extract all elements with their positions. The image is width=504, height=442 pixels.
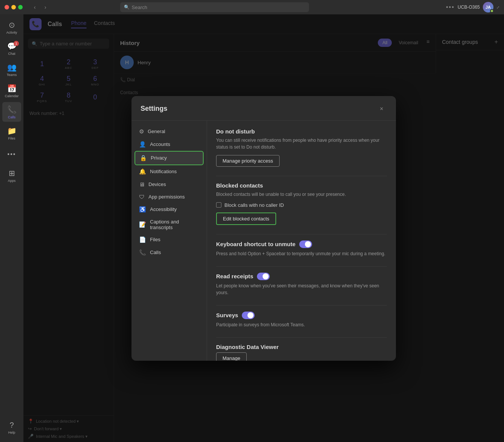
settings-modal: Settings × ⚙ General 👤 Accoun <box>131 96 396 361</box>
read-receipts-section: Read receipts Let people know when you'v… <box>216 273 387 296</box>
activity-icon: ⊙ <box>9 20 15 29</box>
keyboard-shortcut-toggle[interactable] <box>299 240 312 248</box>
keyboard-shortcut-title: Keyboard shortcut to unmute <box>216 241 295 247</box>
read-receipts-toggle[interactable] <box>257 273 270 280</box>
apps-icon: ⊞ <box>9 169 15 178</box>
section-divider-3 <box>216 266 387 267</box>
sidebar-label-help: Help <box>8 431 15 434</box>
sidebar-label-chat: Chat <box>8 52 15 56</box>
settings-nav-label-notifications: Notifications <box>150 169 177 174</box>
section-divider-5 <box>216 337 387 338</box>
settings-nav-label-calls: Calls <box>150 250 161 255</box>
calls-icon: 📞 <box>7 105 17 114</box>
keyboard-shortcut-desc: Press and hold Option + Spacebar to temp… <box>216 250 387 257</box>
settings-nav-label-captions: Captions and transcripts <box>150 219 199 230</box>
files-icon: 📁 <box>7 126 17 135</box>
settings-nav-devices[interactable]: 🖥 Devices <box>135 178 204 191</box>
surveys-toggle-row: Surveys <box>216 312 387 319</box>
captions-icon: 📝 <box>139 221 146 228</box>
avatar[interactable]: JA <box>483 2 493 12</box>
sidebar-item-calls[interactable]: 📞 Calls <box>2 102 21 122</box>
section-divider-1 <box>216 176 387 176</box>
settings-nav-notifications[interactable]: 🔔 Notifications <box>135 165 204 178</box>
manage-priority-button[interactable]: Manage priority access <box>216 155 280 167</box>
diagnostic-title: Diagnostic Data Viewer <box>216 344 387 350</box>
settings-nav-app-permissions[interactable]: 🛡 App permissions <box>135 191 204 203</box>
forward-arrow[interactable]: › <box>41 3 50 12</box>
blocked-contacts-section: Blocked contacts Blocked contacts will b… <box>216 182 387 225</box>
surveys-desc: Participate in surveys from Microsoft Te… <box>216 321 387 328</box>
block-no-caller-checkbox[interactable] <box>216 202 221 208</box>
sidebar-label-teams: Teams <box>7 73 17 77</box>
edit-blocked-button[interactable]: Edit blocked contacts <box>216 212 276 225</box>
privacy-icon: 🔒 <box>140 155 147 161</box>
sidebar-item-help[interactable]: ? Help <box>2 418 21 437</box>
settings-nav-accounts[interactable]: 👤 Accounts <box>135 138 204 151</box>
block-no-caller-label: Block calls with no caller ID <box>224 202 284 208</box>
sidebar: ⊙ Activity 💬 Chat 1 👥 Teams 📅 Calendar 📞… <box>0 14 23 442</box>
devices-icon: 🖥 <box>139 181 145 188</box>
diagnostic-section: Diagnostic Data Viewer Manage <box>216 344 387 361</box>
settings-title: Settings <box>141 105 167 113</box>
sidebar-item-teams[interactable]: 👥 Teams <box>2 60 21 79</box>
manage-button[interactable]: Manage <box>216 352 247 361</box>
minimize-button[interactable] <box>11 5 16 9</box>
close-button[interactable] <box>5 5 9 9</box>
notifications-icon: 🔔 <box>139 168 146 175</box>
settings-header: Settings × <box>131 96 396 121</box>
sidebar-item-files[interactable]: 📁 Files <box>2 123 21 143</box>
settings-nav-label-privacy: Privacy <box>151 155 167 161</box>
section-divider-2 <box>216 234 387 234</box>
settings-nav-label-accessibility: Accessibility <box>150 206 177 212</box>
close-icon: × <box>380 105 383 112</box>
titlebar-right: ••• UCB-O365 JA ⤢ <box>446 2 500 12</box>
surveys-title: Surveys <box>216 312 238 318</box>
keyboard-shortcut-toggle-row: Keyboard shortcut to unmute <box>216 240 387 248</box>
expand-icon[interactable]: ⤢ <box>496 5 499 9</box>
dnd-desc: You can still receive notifications from… <box>216 137 387 150</box>
settings-nav-label-general: General <box>148 129 165 134</box>
general-icon: ⚙ <box>139 128 144 135</box>
content-area: 📞 Calls Phone Contacts 🔍 Type a name or … <box>23 14 504 442</box>
more-icon: ••• <box>8 151 16 158</box>
calls-nav-icon: 📞 <box>139 249 146 256</box>
settings-nav-label-files: Files <box>150 237 160 242</box>
maximize-button[interactable] <box>18 5 23 9</box>
read-receipts-toggle-row: Read receipts <box>216 273 387 280</box>
read-receipts-desc: Let people know when you've seen their m… <box>216 282 387 296</box>
settings-nav-calls[interactable]: 📞 Calls <box>135 246 204 259</box>
block-no-caller-row: Block calls with no caller ID <box>216 202 387 208</box>
titlebar-search[interactable]: 🔍 Search <box>120 2 309 12</box>
sidebar-label-calls: Calls <box>8 115 15 119</box>
settings-nav-label-accounts: Accounts <box>150 141 170 147</box>
accounts-icon: 👤 <box>139 141 146 148</box>
settings-body: ⚙ General 👤 Accounts 🔒 Privacy 🔔 <box>131 121 396 361</box>
sidebar-item-apps[interactable]: ⊞ Apps <box>2 166 21 185</box>
avatar-initials: JA <box>485 5 491 9</box>
read-receipts-title: Read receipts <box>216 273 253 279</box>
settings-content-panel: Do not disturb You can still receive not… <box>207 121 396 361</box>
settings-nav-general[interactable]: ⚙ General <box>135 125 204 138</box>
sidebar-label-activity: Activity <box>6 31 17 34</box>
surveys-toggle[interactable] <box>242 312 255 319</box>
settings-nav-files[interactable]: 📄 Files <box>135 233 204 246</box>
username-label: UCB-O365 <box>458 5 480 10</box>
teams-icon: 👥 <box>7 63 17 72</box>
keyboard-shortcut-section: Keyboard shortcut to unmute Press and ho… <box>216 240 387 257</box>
search-icon: 🔍 <box>124 5 130 10</box>
settings-nav-captions[interactable]: 📝 Captions and transcripts <box>135 216 204 233</box>
settings-nav-label-app-permissions: App permissions <box>148 194 185 200</box>
settings-close-button[interactable]: × <box>376 104 387 114</box>
app-permissions-icon: 🛡 <box>139 194 145 200</box>
sidebar-item-calendar[interactable]: 📅 Calendar <box>2 81 21 101</box>
more-options-icon[interactable]: ••• <box>446 4 455 11</box>
settings-nav-accessibility[interactable]: ♿ Accessibility <box>135 203 204 216</box>
back-arrow[interactable]: ‹ <box>30 3 39 12</box>
nav-arrows: ‹ › <box>30 3 50 12</box>
sidebar-item-more[interactable]: ••• <box>2 144 21 164</box>
surveys-section: Surveys Participate in surveys from Micr… <box>216 312 387 328</box>
search-placeholder: Search <box>132 5 147 10</box>
sidebar-item-chat[interactable]: 💬 Chat 1 <box>2 39 21 58</box>
sidebar-item-activity[interactable]: ⊙ Activity <box>2 17 21 37</box>
settings-nav-privacy[interactable]: 🔒 Privacy <box>135 151 204 165</box>
